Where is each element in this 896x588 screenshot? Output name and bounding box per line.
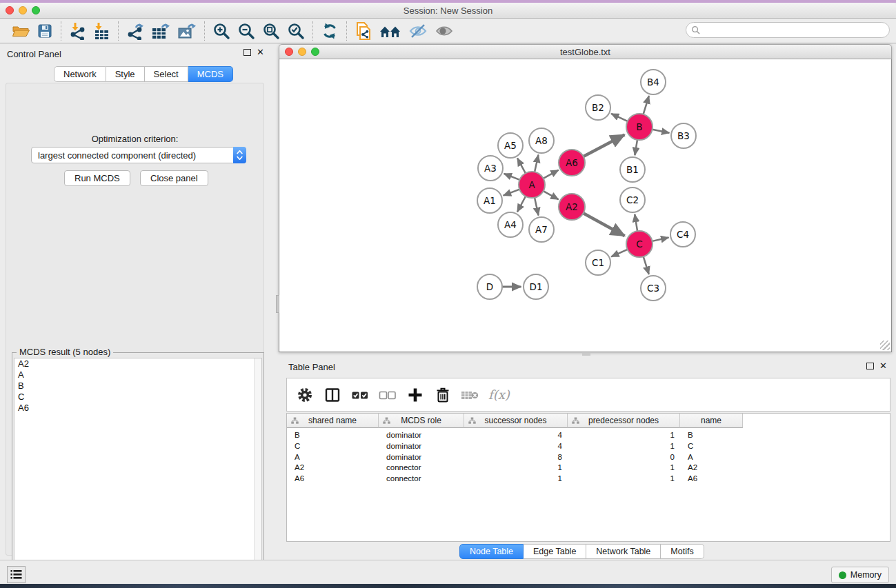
float-table-panel-icon[interactable] <box>866 363 874 369</box>
optimization-criterion-dropdown[interactable]: largest connected component (directed) <box>31 147 246 163</box>
float-panel-icon[interactable] <box>243 49 251 56</box>
graph-edge-C-C3[interactable] <box>644 256 649 274</box>
zoom-selected-button[interactable] <box>283 21 308 41</box>
table-cell[interactable]: connector <box>379 473 464 484</box>
graph-edge-B-B1[interactable] <box>635 140 637 156</box>
table-cell[interactable]: 4 <box>464 440 568 452</box>
table-cell[interactable]: 8 <box>464 452 568 463</box>
graph-node-A4[interactable]: A4 <box>498 212 523 237</box>
graph-node-C4[interactable]: C4 <box>670 222 695 247</box>
table-cell[interactable]: 1 <box>568 462 680 473</box>
graph-edge-C-C1[interactable] <box>611 250 628 257</box>
network-graph[interactable]: B4B2BB3A8A5A6A3B1AA1C2A2A4A7C4CC1C3DD1 <box>279 59 891 351</box>
export-table-button[interactable] <box>148 21 174 41</box>
table-cell[interactable]: dominator <box>379 440 464 452</box>
run-mcds-button[interactable]: Run MCDS <box>64 170 130 186</box>
graph-edge-C-C2[interactable] <box>635 214 637 231</box>
mcds-result-item[interactable]: A6 <box>14 403 261 414</box>
mcds-result-item[interactable]: C <box>14 392 261 403</box>
search-field[interactable] <box>686 22 890 38</box>
graph-node-A6[interactable]: A6 <box>559 150 585 176</box>
show-all-button[interactable] <box>431 21 457 41</box>
graph-edge-A2-C[interactable] <box>584 213 625 236</box>
column-header-predecessor-nodes[interactable]: predecessor nodes <box>568 414 680 428</box>
graph-edge-A-A1[interactable] <box>504 190 520 196</box>
table-cell[interactable]: 1 <box>568 429 680 440</box>
deselect-all-button[interactable] <box>375 383 400 407</box>
table-cell[interactable]: dominator <box>379 429 464 440</box>
table-row[interactable]: A6connector11A6 <box>287 473 743 484</box>
table-row[interactable]: Cdominator41C <box>287 440 743 452</box>
result-list-scrollbar[interactable] <box>254 358 261 585</box>
task-history-button[interactable] <box>7 566 26 583</box>
home-button[interactable] <box>376 21 405 41</box>
graph-node-A7[interactable]: A7 <box>529 217 554 242</box>
import-table-button[interactable] <box>90 21 114 41</box>
tab-network-table[interactable]: Network Table <box>586 544 661 559</box>
close-panel-button[interactable]: Close panel <box>140 170 208 186</box>
hide-selected-button[interactable] <box>405 21 431 41</box>
table-cell[interactable]: A2 <box>287 462 379 473</box>
zoom-fit-button[interactable] <box>259 21 283 41</box>
export-network-button[interactable] <box>123 21 148 41</box>
clone-network-button[interactable] <box>351 21 376 41</box>
table-cell[interactable]: 4 <box>464 429 568 440</box>
table-cell[interactable]: C <box>287 440 379 452</box>
network-window-titlebar[interactable]: testGlobe.txt <box>279 44 892 59</box>
network-bottom-scroll-nub[interactable] <box>582 352 590 356</box>
table-cell[interactable]: 1 <box>568 440 680 452</box>
graph-node-C3[interactable]: C3 <box>641 276 666 301</box>
zoom-in-button[interactable] <box>209 21 234 41</box>
tab-mcds[interactable]: MCDS <box>188 66 233 82</box>
graph-node-C2[interactable]: C2 <box>620 187 645 212</box>
table-cell[interactable]: 1 <box>568 473 680 484</box>
refresh-button[interactable] <box>317 21 342 41</box>
close-panel-icon[interactable]: ✕ <box>257 49 264 56</box>
graph-node-B[interactable]: B <box>626 114 653 140</box>
export-image-button[interactable] <box>174 21 200 41</box>
graph-edge-B-B3[interactable] <box>653 130 670 133</box>
graph-edge-A-A2[interactable] <box>544 191 559 199</box>
graph-node-A2[interactable]: A2 <box>559 194 585 220</box>
table-cell[interactable]: 1 <box>464 473 568 484</box>
graph-node-C1[interactable]: C1 <box>586 250 610 275</box>
show-column-button[interactable] <box>320 383 345 407</box>
table-cell[interactable]: 0 <box>568 452 680 463</box>
column-header-name[interactable]: name <box>680 414 743 428</box>
graph-edge-A-A3[interactable] <box>504 174 519 180</box>
graph-edge-B-B2[interactable] <box>611 114 628 121</box>
table-cell[interactable]: dominator <box>379 452 464 463</box>
table-row[interactable]: Adominator80A <box>287 452 743 463</box>
mcds-result-item[interactable]: B <box>14 381 261 392</box>
tab-network[interactable]: Network <box>54 66 106 82</box>
graph-node-A5[interactable]: A5 <box>498 133 523 158</box>
tab-node-table[interactable]: Node Table <box>459 544 524 559</box>
mcds-result-item[interactable]: A2 <box>14 358 261 369</box>
tab-style[interactable]: Style <box>106 66 145 82</box>
table-row[interactable]: Bdominator41B <box>287 429 743 440</box>
graph-node-D1[interactable]: D1 <box>524 274 548 299</box>
close-table-panel-icon[interactable]: ✕ <box>879 363 887 369</box>
graph-edge-C-C4[interactable] <box>653 238 669 241</box>
save-session-button[interactable] <box>33 21 57 41</box>
graph-edge-A6-B[interactable] <box>584 134 625 156</box>
resize-grip[interactable] <box>880 341 890 350</box>
table-cell[interactable]: A6 <box>680 473 743 484</box>
graph-node-A3[interactable]: A3 <box>478 156 503 181</box>
zoom-out-button[interactable] <box>234 21 259 41</box>
network-left-scroll-nub[interactable] <box>276 295 279 313</box>
table-cell[interactable]: connector <box>379 462 464 473</box>
graph-node-B4[interactable]: B4 <box>641 70 666 94</box>
graph-edge-A-A7[interactable] <box>535 198 539 216</box>
column-header-shared-name[interactable]: shared name <box>287 414 379 428</box>
tab-select[interactable]: Select <box>145 66 188 82</box>
graph-edge-A-A6[interactable] <box>544 170 559 179</box>
graph-edge-A-A4[interactable] <box>517 196 526 212</box>
table-cell[interactable]: B <box>680 429 743 440</box>
memory-button[interactable]: Memory <box>831 567 889 583</box>
import-network-button[interactable] <box>66 21 90 41</box>
table-cell[interactable]: 1 <box>464 462 568 473</box>
table-cell[interactable]: A2 <box>680 462 743 473</box>
table-cell[interactable]: A6 <box>287 473 379 484</box>
graph-edge-A-A8[interactable] <box>535 155 538 172</box>
